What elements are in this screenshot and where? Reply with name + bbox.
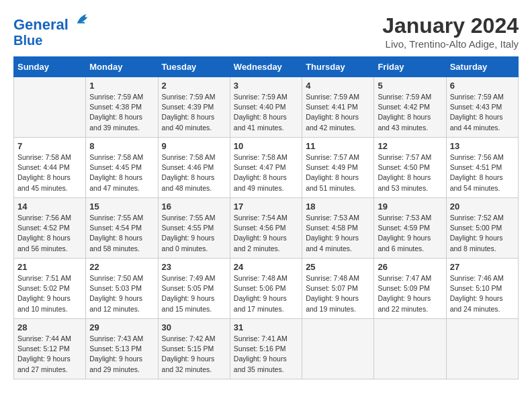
day-number: 31 — [234, 322, 298, 332]
day-info: Sunrise: 7:59 AMSunset: 4:42 PMDaylight:… — [378, 92, 442, 133]
day-info: Sunrise: 7:50 AMSunset: 5:03 PMDaylight:… — [89, 273, 154, 314]
day-number: 11 — [306, 141, 370, 151]
day-number: 7 — [17, 141, 82, 151]
calendar-cell: 27Sunrise: 7:46 AMSunset: 5:10 PMDayligh… — [446, 259, 518, 319]
calendar-cell — [302, 319, 374, 379]
day-info: Sunrise: 7:42 AMSunset: 5:15 PMDaylight:… — [162, 334, 226, 375]
day-number: 19 — [378, 201, 442, 212]
day-info: Sunrise: 7:59 AMSunset: 4:41 PMDaylight:… — [306, 92, 370, 133]
day-info: Sunrise: 7:53 AMSunset: 4:58 PMDaylight:… — [306, 213, 370, 254]
weekday-header-row: SundayMondayTuesdayWednesdayThursdayFrid… — [14, 57, 519, 77]
day-info: Sunrise: 7:51 AMSunset: 5:02 PMDaylight:… — [17, 273, 82, 314]
location: Livo, Trentino-Alto Adige, Italy — [382, 38, 519, 50]
day-info: Sunrise: 7:52 AMSunset: 5:00 PMDaylight:… — [450, 213, 515, 254]
day-number: 29 — [89, 322, 154, 332]
weekday-header-saturday: Saturday — [446, 57, 518, 77]
day-number: 6 — [450, 81, 515, 91]
day-info: Sunrise: 7:57 AMSunset: 4:50 PMDaylight:… — [378, 152, 442, 193]
calendar-week-row: 7Sunrise: 7:58 AMSunset: 4:44 PMDaylight… — [14, 138, 519, 198]
day-info: Sunrise: 7:59 AMSunset: 4:39 PMDaylight:… — [162, 92, 226, 133]
calendar-cell: 23Sunrise: 7:49 AMSunset: 5:05 PMDayligh… — [158, 259, 230, 319]
day-number: 26 — [378, 262, 442, 272]
calendar-cell: 21Sunrise: 7:51 AMSunset: 5:02 PMDayligh… — [14, 259, 86, 319]
day-number: 25 — [306, 262, 370, 272]
calendar-cell: 7Sunrise: 7:58 AMSunset: 4:44 PMDaylight… — [14, 138, 86, 198]
calendar-cell: 11Sunrise: 7:57 AMSunset: 4:49 PMDayligh… — [302, 138, 374, 198]
day-number: 2 — [162, 81, 226, 91]
day-info: Sunrise: 7:57 AMSunset: 4:49 PMDaylight:… — [306, 152, 370, 193]
day-info: Sunrise: 7:47 AMSunset: 5:09 PMDaylight:… — [378, 273, 442, 314]
day-number: 1 — [89, 81, 154, 91]
calendar-week-row: 21Sunrise: 7:51 AMSunset: 5:02 PMDayligh… — [14, 259, 519, 319]
day-info: Sunrise: 7:53 AMSunset: 4:59 PMDaylight:… — [378, 213, 442, 254]
calendar-cell: 20Sunrise: 7:52 AMSunset: 5:00 PMDayligh… — [446, 198, 518, 259]
day-info: Sunrise: 7:59 AMSunset: 4:38 PMDaylight:… — [89, 92, 154, 133]
day-number: 15 — [89, 201, 154, 212]
day-info: Sunrise: 7:48 AMSunset: 5:07 PMDaylight:… — [306, 273, 370, 314]
logo-blue: Blue — [13, 33, 93, 48]
day-number: 12 — [378, 141, 442, 151]
calendar-cell — [374, 319, 446, 379]
calendar-table: SundayMondayTuesdayWednesdayThursdayFrid… — [13, 56, 519, 379]
calendar-cell — [446, 319, 518, 379]
weekday-header-thursday: Thursday — [302, 57, 374, 77]
weekday-header-wednesday: Wednesday — [230, 57, 302, 77]
day-info: Sunrise: 7:59 AMSunset: 4:40 PMDaylight:… — [234, 92, 298, 133]
day-info: Sunrise: 7:46 AMSunset: 5:10 PMDaylight:… — [450, 273, 515, 314]
day-number: 4 — [306, 81, 370, 91]
day-info: Sunrise: 7:44 AMSunset: 5:12 PMDaylight:… — [17, 334, 82, 375]
day-info: Sunrise: 7:59 AMSunset: 4:43 PMDaylight:… — [450, 92, 515, 133]
day-number: 10 — [234, 141, 298, 151]
day-number: 14 — [17, 201, 82, 212]
day-number: 5 — [378, 81, 442, 91]
calendar-cell: 24Sunrise: 7:48 AMSunset: 5:06 PMDayligh… — [230, 259, 302, 319]
calendar-cell: 8Sunrise: 7:58 AMSunset: 4:45 PMDaylight… — [86, 138, 158, 198]
weekday-header-monday: Monday — [86, 57, 158, 77]
month-title: January 2024 — [382, 13, 519, 38]
calendar-cell — [14, 77, 86, 138]
calendar-cell: 31Sunrise: 7:41 AMSunset: 5:16 PMDayligh… — [230, 319, 302, 379]
calendar-week-row: 28Sunrise: 7:44 AMSunset: 5:12 PMDayligh… — [14, 319, 519, 379]
page-header: General Blue January 2024 Livo, Trentino… — [13, 13, 519, 50]
weekday-header-sunday: Sunday — [14, 57, 86, 77]
day-number: 24 — [234, 262, 298, 272]
day-number: 8 — [89, 141, 154, 151]
day-number: 22 — [89, 262, 154, 272]
day-info: Sunrise: 7:43 AMSunset: 5:13 PMDaylight:… — [89, 334, 154, 375]
calendar-cell: 22Sunrise: 7:50 AMSunset: 5:03 PMDayligh… — [86, 259, 158, 319]
title-block: January 2024 Livo, Trentino-Alto Adige, … — [382, 13, 519, 50]
day-info: Sunrise: 7:58 AMSunset: 4:47 PMDaylight:… — [234, 152, 298, 193]
day-info: Sunrise: 7:54 AMSunset: 4:56 PMDaylight:… — [234, 213, 298, 254]
logo-general: General — [13, 16, 69, 33]
day-info: Sunrise: 7:58 AMSunset: 4:45 PMDaylight:… — [89, 152, 154, 193]
day-number: 23 — [162, 262, 226, 272]
calendar-cell: 18Sunrise: 7:53 AMSunset: 4:58 PMDayligh… — [302, 198, 374, 259]
calendar-week-row: 14Sunrise: 7:56 AMSunset: 4:52 PMDayligh… — [14, 198, 519, 259]
calendar-cell: 5Sunrise: 7:59 AMSunset: 4:42 PMDaylight… — [374, 77, 446, 138]
calendar-cell: 17Sunrise: 7:54 AMSunset: 4:56 PMDayligh… — [230, 198, 302, 259]
calendar-cell: 12Sunrise: 7:57 AMSunset: 4:50 PMDayligh… — [374, 138, 446, 198]
day-number: 21 — [17, 262, 82, 272]
day-info: Sunrise: 7:58 AMSunset: 4:46 PMDaylight:… — [162, 152, 226, 193]
day-info: Sunrise: 7:56 AMSunset: 4:51 PMDaylight:… — [450, 152, 515, 193]
calendar-cell: 29Sunrise: 7:43 AMSunset: 5:13 PMDayligh… — [86, 319, 158, 379]
day-number: 3 — [234, 81, 298, 91]
calendar-cell: 2Sunrise: 7:59 AMSunset: 4:39 PMDaylight… — [158, 77, 230, 138]
day-info: Sunrise: 7:58 AMSunset: 4:44 PMDaylight:… — [17, 152, 82, 193]
calendar-week-row: 1Sunrise: 7:59 AMSunset: 4:38 PMDaylight… — [14, 77, 519, 138]
calendar-cell: 14Sunrise: 7:56 AMSunset: 4:52 PMDayligh… — [14, 198, 86, 259]
day-number: 13 — [450, 141, 515, 151]
day-info: Sunrise: 7:48 AMSunset: 5:06 PMDaylight:… — [234, 273, 298, 314]
calendar-cell: 10Sunrise: 7:58 AMSunset: 4:47 PMDayligh… — [230, 138, 302, 198]
day-number: 16 — [162, 201, 226, 212]
calendar-cell: 6Sunrise: 7:59 AMSunset: 4:43 PMDaylight… — [446, 77, 518, 138]
logo-bird-icon — [74, 11, 93, 30]
day-number: 30 — [162, 322, 226, 332]
day-info: Sunrise: 7:55 AMSunset: 4:54 PMDaylight:… — [89, 213, 154, 254]
calendar-cell: 16Sunrise: 7:55 AMSunset: 4:55 PMDayligh… — [158, 198, 230, 259]
logo: General Blue — [13, 13, 93, 48]
calendar-cell: 15Sunrise: 7:55 AMSunset: 4:54 PMDayligh… — [86, 198, 158, 259]
calendar-cell: 13Sunrise: 7:56 AMSunset: 4:51 PMDayligh… — [446, 138, 518, 198]
day-number: 27 — [450, 262, 515, 272]
day-number: 28 — [17, 322, 82, 332]
